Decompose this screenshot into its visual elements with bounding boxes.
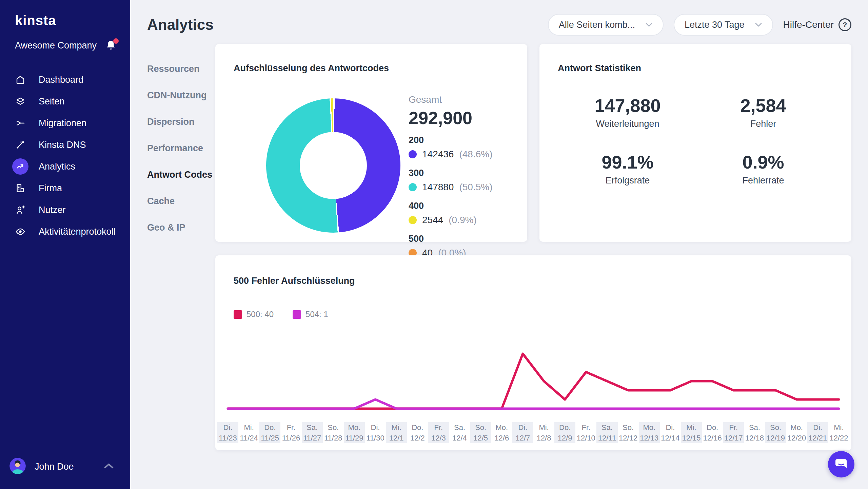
dns-route-icon xyxy=(12,137,28,153)
x-axis-label: Mi.12/8 xyxy=(533,422,554,443)
x-axis-label: Fr.12/17 xyxy=(723,422,744,443)
sidebar-item-label: Firma xyxy=(39,183,62,194)
content: Ressourcen CDN-Nutzung Dispersion Perfor… xyxy=(147,44,851,450)
x-axis-label: Sa.11/27 xyxy=(302,422,323,443)
stat-weiterleitungen: 147,880 Weiterleitungen xyxy=(594,95,660,129)
subnav-item-performance[interactable]: Performance xyxy=(147,143,215,154)
card-title: 500 Fehler Aufschlüsselung xyxy=(234,276,355,286)
subnav-item-cache[interactable]: Cache xyxy=(147,196,215,207)
legend-item-500: 500: 40 xyxy=(234,310,274,319)
user-name: John Doe xyxy=(35,462,74,472)
avatar xyxy=(9,458,26,475)
legend-group-300: 300 147880(50.5%) xyxy=(409,168,492,193)
stats-grid: 147,880 Weiterleitungen 2,584 Fehler 99.… xyxy=(560,95,831,186)
legend-dot xyxy=(409,150,417,158)
subnav-item-ressourcen[interactable]: Ressourcen xyxy=(147,64,215,74)
question-mark-icon: ? xyxy=(839,18,851,31)
notification-bell-icon[interactable] xyxy=(105,40,117,51)
legend-item-504: 504: 1 xyxy=(293,310,328,319)
top-cards-row: Aufschlüsselung des Antwortcodes Gesamt … xyxy=(215,44,851,242)
topbar: Analytics Alle Seiten komb... Letzte 30 … xyxy=(147,13,851,37)
subnav-item-dispersion[interactable]: Dispersion xyxy=(147,117,215,127)
sidebar-item-analytics[interactable]: Analytics xyxy=(0,156,130,177)
x-axis-label: Mi.12/22 xyxy=(828,422,849,443)
donut-legend: Gesamt 292,900 200 142436(48.6%) 300 147… xyxy=(409,94,492,267)
legend-group-500: 500 40(0.0%) xyxy=(409,234,492,258)
x-axis-label: Di.12/14 xyxy=(660,422,681,443)
x-axis-label: Mo.12/20 xyxy=(786,422,807,443)
legend-swatch xyxy=(293,310,301,319)
total-label: Gesamt xyxy=(409,94,492,105)
x-axis-label: Fr.12/3 xyxy=(428,422,449,443)
cards-column: Aufschlüsselung des Antwortcodes Gesamt … xyxy=(215,44,851,450)
x-axis-label: Mo.11/29 xyxy=(344,422,365,443)
x-axis-label: Fr.12/10 xyxy=(575,422,596,443)
x-axis-label: Mi.12/15 xyxy=(681,422,702,443)
notification-dot xyxy=(113,38,119,44)
line-chart-legend: 500: 40 504: 1 xyxy=(234,310,328,319)
company-row: Awesome Company xyxy=(15,40,117,51)
legend-swatch xyxy=(234,310,242,319)
topbar-controls: Alle Seiten komb... Letzte 30 Tage Hilfe… xyxy=(548,14,851,36)
sidebar-item-dashboard[interactable]: Dashboard xyxy=(0,69,130,91)
subnav-item-geo-ip[interactable]: Geo & IP xyxy=(147,222,215,233)
response-code-breakdown-card: Aufschlüsselung des Antwortcodes Gesamt … xyxy=(215,44,527,242)
date-range-value: Letzte 30 Tage xyxy=(685,20,745,30)
sidebar-item-label: Seiten xyxy=(39,96,65,107)
legend-dot xyxy=(409,216,417,224)
user-menu[interactable]: John Doe xyxy=(0,458,130,489)
help-center-label: Hilfe-Center xyxy=(783,19,834,30)
stat-fehlerrate: 0.9% Fehlerrate xyxy=(742,152,784,186)
stat-erfolgsrate: 99.1% Erfolgsrate xyxy=(601,152,653,186)
chat-button[interactable] xyxy=(828,451,854,477)
x-axis-label: Sa.12/18 xyxy=(744,422,765,443)
site-filter-dropdown[interactable]: Alle Seiten komb... xyxy=(548,14,664,36)
x-axis-label: Do.11/25 xyxy=(259,422,280,443)
legend-group-200: 200 142436(48.6%) xyxy=(409,135,492,160)
building-icon xyxy=(12,180,28,196)
trending-up-icon xyxy=(12,158,28,175)
x-axis-label: Sa.12/4 xyxy=(449,422,470,443)
date-range-dropdown[interactable]: Letzte 30 Tage xyxy=(674,14,773,36)
x-axis-label: Di.11/30 xyxy=(365,422,386,443)
donut-hole xyxy=(300,132,367,199)
kinsta-logo: kinsta xyxy=(15,13,130,28)
x-axis-label: Di.12/21 xyxy=(807,422,828,443)
x-axis-label: Mi.12/1 xyxy=(386,422,407,443)
main-area: Analytics Alle Seiten komb... Letzte 30 … xyxy=(130,0,868,489)
x-axis-label: Mi.11/24 xyxy=(238,422,259,443)
sidebar-item-label: Nutzer xyxy=(39,205,66,215)
sidebar-item-migrationen[interactable]: Migrationen xyxy=(0,112,130,134)
sidebar-item-label: Migrationen xyxy=(39,118,86,129)
home-icon xyxy=(12,72,28,88)
response-statistics-card: Antwort Statistiken 147,880 Weiterleitun… xyxy=(539,44,851,242)
sidebar-item-firma[interactable]: Firma xyxy=(0,177,130,199)
migration-fork-icon xyxy=(12,115,28,131)
x-axis-label: Do.12/16 xyxy=(702,422,723,443)
site-filter-value: Alle Seiten komb... xyxy=(559,20,635,30)
user-plus-icon xyxy=(12,202,28,218)
help-center-link[interactable]: Hilfe-Center ? xyxy=(783,18,851,31)
legend-group-400: 400 2544(0.9%) xyxy=(409,201,492,226)
sidebar-item-aktivitaetenprotokoll[interactable]: Aktivitätenprotokoll xyxy=(0,221,130,242)
sidebar-item-seiten[interactable]: Seiten xyxy=(0,91,130,112)
subnav-item-cdn-nutzung[interactable]: CDN-Nutzung xyxy=(147,90,215,101)
x-axis-label: So.12/5 xyxy=(470,422,491,443)
total-value: 292,900 xyxy=(409,108,492,128)
x-axis-label: Fr.11/26 xyxy=(280,422,301,443)
app-root: kinsta Awesome Company Dashboard Seiten xyxy=(0,0,868,489)
series-500-line xyxy=(228,354,839,409)
x-axis: Di.11/23Mi.11/24Do.11/25Fr.11/26Sa.11/27… xyxy=(217,422,849,443)
page-title: Analytics xyxy=(147,16,214,33)
sidebar-item-kinsta-dns[interactable]: Kinsta DNS xyxy=(0,134,130,156)
subnav-item-antwort-codes[interactable]: Antwort Codes xyxy=(147,170,215,180)
x-axis-label: Sa.12/11 xyxy=(596,422,617,443)
x-axis-label: Mo.12/6 xyxy=(491,422,512,443)
x-axis-label: So.12/12 xyxy=(618,422,639,443)
card-title: Aufschlüsselung des Antwortcodes xyxy=(234,63,389,74)
sidebar-nav: Dashboard Seiten Migrationen Kinsta DNS xyxy=(0,69,130,242)
chevron-up-icon xyxy=(104,463,114,470)
sidebar-item-nutzer[interactable]: Nutzer xyxy=(0,199,130,221)
chat-bubble-icon xyxy=(834,457,849,472)
x-axis-label: So.11/28 xyxy=(323,422,344,443)
